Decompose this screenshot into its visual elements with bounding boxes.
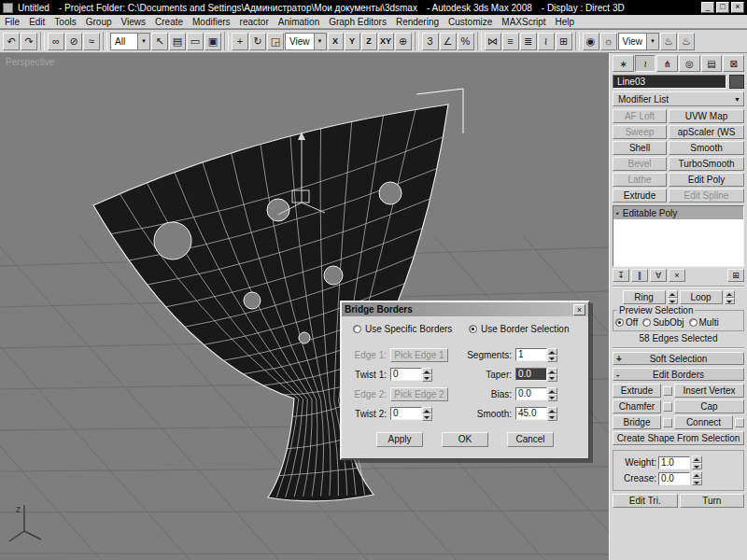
modifier-stack-list[interactable]: ▪Editable Poly [613, 205, 744, 267]
tab-modify[interactable]: ≀ [635, 55, 656, 72]
edit-tri-button[interactable]: Edit Tri. [613, 494, 678, 508]
menu-create[interactable]: Create [150, 17, 188, 27]
menu-group[interactable]: Group [81, 17, 117, 27]
restrict-z-button[interactable]: Z [361, 33, 377, 50]
menu-rendering[interactable]: Rendering [391, 17, 444, 27]
bias-spinner-down-icon[interactable] [547, 394, 557, 401]
edit-borders-rollout[interactable]: - Edit Borders [613, 368, 744, 381]
tab-create[interactable]: ∗ [613, 55, 634, 72]
viewport-label[interactable]: Perspective [6, 57, 54, 67]
close-button[interactable]: × [731, 2, 744, 13]
loop-spinner-down-icon[interactable] [725, 298, 735, 305]
bias-spinner[interactable] [547, 387, 557, 401]
ring-spinner-up-icon[interactable] [668, 290, 678, 298]
restrict-x-button[interactable]: X [328, 33, 344, 50]
chevron-down-icon[interactable]: ▼ [646, 34, 658, 49]
edit-poly-modifier-button[interactable]: Edit Poly [669, 173, 744, 187]
sweep-modifier-button[interactable]: Sweep [613, 125, 667, 139]
angle-snap-icon[interactable]: ∠ [440, 33, 457, 50]
twist-2-spinner-down-icon[interactable] [422, 413, 432, 421]
uvw-map-modifier-button[interactable]: UVW Map [669, 109, 744, 123]
weight-spinner-up-icon[interactable] [692, 455, 702, 463]
menu-reactor[interactable]: reactor [235, 17, 274, 27]
align-icon[interactable]: ≡ [502, 33, 519, 50]
cancel-button[interactable]: Cancel [507, 432, 554, 447]
taper-spinner[interactable] [547, 368, 557, 382]
chamfer-settings-icon[interactable] [663, 402, 672, 412]
pin-stack-icon[interactable]: ↧ [613, 269, 629, 282]
segments-spinner-up-icon[interactable] [547, 348, 557, 356]
crease-field[interactable]: 0.0 [658, 472, 690, 485]
cap-button[interactable]: Cap [674, 399, 744, 413]
create-shape-button[interactable]: Create Shape From Selection [613, 431, 744, 445]
curve-editor-icon[interactable]: ≀ [538, 33, 555, 50]
preview-off-radio[interactable]: Off [615, 317, 638, 328]
mirror-icon[interactable]: ⋈ [485, 33, 501, 50]
make-unique-icon[interactable]: ∀ [650, 269, 667, 282]
select-by-name-icon[interactable]: ▤ [169, 33, 186, 50]
remove-modifier-icon[interactable]: × [669, 269, 685, 282]
configure-modifier-sets-icon[interactable]: ⊞ [727, 269, 744, 282]
menu-modifiers[interactable]: Modifiers [188, 17, 235, 27]
undo-icon[interactable]: ↶ [3, 33, 20, 50]
redo-icon[interactable]: ↷ [21, 33, 37, 50]
select-and-manipulate-icon[interactable]: ⊕ [395, 33, 412, 50]
quick-render-icon[interactable]: ♨ [678, 33, 695, 50]
maximize-button[interactable]: □ [716, 2, 729, 13]
loop-spinner[interactable] [725, 290, 735, 304]
twist-1-field[interactable]: 0 [390, 368, 422, 381]
smooth-modifier-button[interactable]: Smooth [669, 141, 744, 155]
dialog-close-button[interactable]: × [573, 304, 585, 315]
chevron-down-icon[interactable]: ▼ [314, 34, 326, 49]
preview-multi-radio[interactable]: Multi [689, 317, 719, 328]
menu-maxscript[interactable]: MAXScript [497, 17, 550, 27]
taper-spinner-down-icon[interactable] [547, 374, 557, 382]
segments-spinner-down-icon[interactable] [547, 355, 557, 362]
restrict-y-button[interactable]: Y [345, 33, 360, 50]
render-setup-icon[interactable]: ☼ [600, 33, 617, 50]
select-object-icon[interactable]: ↖ [151, 33, 168, 50]
show-end-result-icon[interactable]: ∥ [631, 269, 648, 282]
twist-2-field[interactable]: 0 [390, 407, 422, 420]
object-color-swatch[interactable] [729, 75, 744, 89]
menu-views[interactable]: Views [117, 17, 151, 27]
select-and-move-icon[interactable]: + [232, 33, 248, 50]
smooth-spinner-down-icon[interactable] [547, 413, 557, 421]
rectangular-selection-region-icon[interactable]: ▭ [187, 33, 204, 50]
smooth-field[interactable]: 45.0 [515, 407, 547, 420]
weight-field[interactable]: 1.0 [658, 456, 690, 469]
weight-spinner-down-icon[interactable] [692, 463, 702, 470]
modifier-list-dropdown[interactable]: Modifier List ▼ [613, 91, 744, 106]
stack-item-editable-poly[interactable]: ▪Editable Poly [613, 206, 743, 219]
bridge-settings-icon[interactable] [663, 418, 672, 427]
turbosmooth-modifier-button[interactable]: TurboSmooth [669, 157, 744, 171]
af-loft-modifier-button[interactable]: AF Loft [613, 109, 667, 123]
bind-to-space-warp-icon[interactable]: ≈ [83, 33, 100, 50]
soft-selection-rollout[interactable]: + Soft Selection [613, 352, 744, 365]
chevron-down-icon[interactable]: ▼ [137, 34, 149, 49]
select-and-rotate-icon[interactable]: ↻ [249, 33, 266, 50]
ring-button[interactable]: Ring [623, 290, 666, 304]
weight-spinner[interactable] [692, 455, 702, 469]
extrude-button[interactable]: Extrude [613, 384, 661, 398]
connect-button[interactable]: Connect [674, 415, 733, 429]
window-crossing-icon[interactable]: ▣ [204, 33, 221, 50]
apply-button[interactable]: Apply [376, 432, 423, 447]
menu-tools[interactable]: Tools [49, 17, 80, 27]
tab-utilities[interactable]: ⊠ [723, 55, 744, 72]
selection-filter-dropdown[interactable]: All▼ [110, 33, 150, 50]
loop-button[interactable]: Loop [680, 290, 723, 304]
connect-settings-icon[interactable] [735, 418, 744, 427]
ok-button[interactable]: OK [442, 432, 488, 447]
reference-coordinate-system-dropdown[interactable]: View▼ [285, 33, 327, 50]
unlink-selection-icon[interactable]: ⊘ [65, 33, 82, 50]
taper-field[interactable]: 0.0 [515, 368, 547, 381]
segments-spinner[interactable] [547, 348, 557, 362]
percent-snap-icon[interactable]: % [458, 33, 474, 50]
twist-2-spinner[interactable] [422, 407, 432, 421]
menu-graph-editors[interactable]: Graph Editors [324, 17, 391, 27]
object-name-field[interactable]: Line03 [613, 75, 726, 89]
material-editor-icon[interactable]: ◉ [583, 33, 599, 50]
insert-vertex-button[interactable]: Insert Vertex [674, 384, 744, 398]
twist-1-spinner-down-icon[interactable] [422, 374, 432, 382]
